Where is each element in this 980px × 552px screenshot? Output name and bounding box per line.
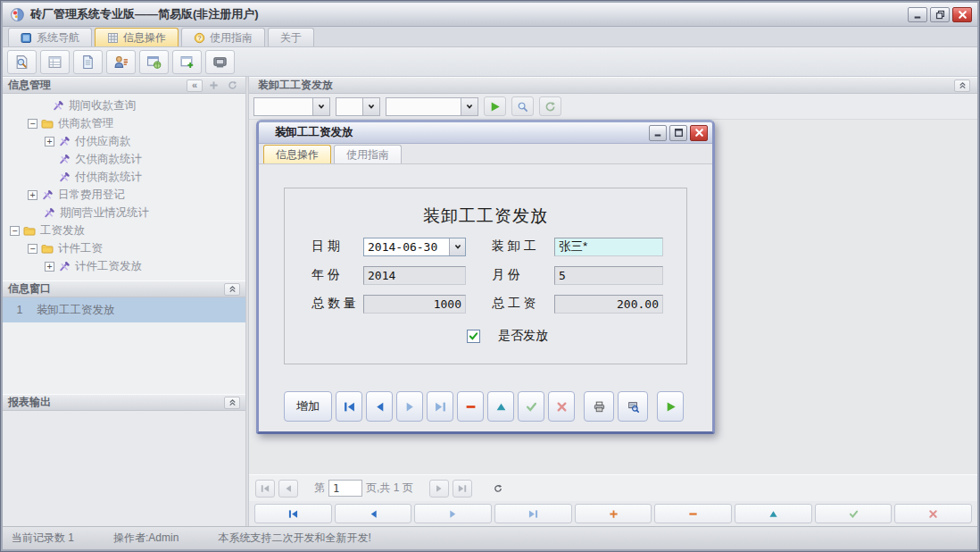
dialog-tab-info-ops[interactable]: 信息操作 bbox=[263, 145, 331, 163]
nav-remove-button[interactable] bbox=[654, 504, 732, 523]
sidebar-refresh-button[interactable] bbox=[224, 79, 240, 92]
document-button[interactable] bbox=[73, 50, 103, 74]
expand-box-icon[interactable]: + bbox=[45, 137, 54, 146]
rec-delete-button[interactable] bbox=[457, 391, 484, 422]
nav-first-button[interactable] bbox=[254, 504, 332, 523]
info-window-collapse-button[interactable] bbox=[224, 283, 240, 296]
qty-input[interactable] bbox=[363, 295, 466, 314]
filter-combo-3[interactable] bbox=[386, 97, 478, 116]
rec-cancel-button[interactable] bbox=[548, 391, 575, 422]
tab-info-ops[interactable]: 信息操作 bbox=[95, 28, 179, 46]
expand-box-icon[interactable]: + bbox=[45, 262, 54, 272]
dialog-minimize-button[interactable] bbox=[649, 125, 667, 141]
tab-about[interactable]: 关于 bbox=[268, 28, 314, 46]
preview-icon bbox=[627, 401, 639, 413]
user-button[interactable] bbox=[106, 50, 136, 74]
combo-arrow-icon[interactable] bbox=[461, 98, 478, 115]
page-next-button[interactable] bbox=[429, 480, 449, 498]
print-preview-button[interactable] bbox=[618, 391, 648, 422]
combo-arrow-icon[interactable] bbox=[362, 98, 379, 115]
nav-add-button[interactable] bbox=[575, 504, 652, 523]
up-icon bbox=[495, 401, 507, 413]
page-first-button[interactable] bbox=[255, 480, 275, 498]
payout-checkbox[interactable] bbox=[467, 330, 480, 343]
expand-box-icon[interactable]: + bbox=[28, 190, 37, 200]
filter-combo-2-input[interactable] bbox=[336, 98, 362, 115]
window-add-button[interactable] bbox=[172, 50, 202, 74]
collapse-box-icon[interactable]: − bbox=[28, 244, 37, 254]
printer-tool-button[interactable] bbox=[205, 50, 235, 74]
restore-icon bbox=[935, 10, 945, 20]
dialog-tab-guide[interactable]: 使用指南 bbox=[334, 145, 402, 163]
minimize-button[interactable] bbox=[908, 7, 927, 22]
filter-combo-2[interactable] bbox=[336, 97, 380, 116]
main-panel-collapse-button[interactable] bbox=[954, 79, 970, 92]
run-button[interactable] bbox=[657, 391, 684, 422]
date-combobox[interactable] bbox=[363, 238, 466, 256]
close-button[interactable] bbox=[952, 7, 972, 22]
nav-cancel-button[interactable] bbox=[894, 504, 972, 523]
qty-label: 总 数 量 bbox=[311, 296, 363, 312]
window-globe-button[interactable] bbox=[139, 50, 169, 74]
collapse-box-icon[interactable]: − bbox=[28, 119, 37, 129]
date-dropdown-arrow-icon[interactable] bbox=[449, 238, 465, 255]
page-prev-button[interactable] bbox=[278, 480, 298, 498]
folder-icon bbox=[41, 118, 54, 130]
tab-guide[interactable]: ?使用指南 bbox=[181, 28, 265, 46]
page-refresh-button[interactable] bbox=[488, 480, 508, 498]
page-last-button[interactable] bbox=[453, 480, 472, 498]
tree-item-9[interactable]: +计件工资发放 bbox=[3, 257, 245, 275]
info-window-item[interactable]: 1装卸工工资发放 bbox=[3, 297, 245, 322]
dialog-close-button[interactable] bbox=[690, 125, 708, 141]
window-add-icon bbox=[179, 54, 195, 70]
rec-edit-button[interactable] bbox=[487, 391, 514, 422]
tree-item-2[interactable]: +付供应商款 bbox=[3, 132, 245, 150]
tree-item-1[interactable]: −供商款管理 bbox=[3, 114, 245, 132]
tree-item-4[interactable]: 付供商款统计 bbox=[3, 168, 245, 186]
print-button[interactable] bbox=[584, 391, 614, 422]
search-doc-button[interactable] bbox=[7, 50, 37, 74]
rec-prev-button[interactable] bbox=[366, 391, 393, 422]
nav-prev-button[interactable] bbox=[335, 504, 412, 523]
filter-refresh-button[interactable] bbox=[539, 96, 561, 116]
rec-last-button[interactable] bbox=[427, 391, 453, 422]
tree-item-7[interactable]: −工资发放 bbox=[3, 222, 245, 239]
page-number-input[interactable] bbox=[328, 480, 362, 497]
rec-first-button[interactable] bbox=[336, 391, 362, 422]
nav-ok-button[interactable] bbox=[815, 504, 893, 523]
tree-item-6[interactable]: 期间营业情况统计 bbox=[3, 204, 245, 222]
filter-combo-1-input[interactable] bbox=[254, 98, 312, 115]
rec-ok-button[interactable] bbox=[518, 391, 544, 422]
nav-edit-button[interactable] bbox=[735, 504, 812, 523]
year-input[interactable] bbox=[363, 266, 466, 285]
worker-input[interactable] bbox=[554, 238, 663, 256]
tab-system-nav[interactable]: 系统导航 bbox=[8, 28, 92, 46]
filter-search-button[interactable] bbox=[511, 96, 534, 116]
filter-combo-3-input[interactable] bbox=[386, 98, 461, 115]
minus-icon bbox=[688, 509, 698, 519]
filter-combo-1[interactable] bbox=[253, 97, 330, 116]
app-tab-strip: 系统导航信息操作?使用指南关于 bbox=[3, 27, 977, 47]
wage-input[interactable] bbox=[554, 295, 663, 314]
datasheet-button[interactable] bbox=[40, 50, 70, 74]
sidebar-add-button[interactable] bbox=[205, 79, 221, 92]
folder-icon bbox=[41, 243, 54, 255]
collapse-box-icon[interactable]: − bbox=[10, 226, 20, 236]
tree-item-8[interactable]: −计件工资 bbox=[3, 239, 245, 257]
date-input[interactable] bbox=[364, 238, 449, 255]
restore-button[interactable] bbox=[930, 7, 950, 22]
tab-about-label: 关于 bbox=[280, 30, 302, 46]
add-record-button[interactable]: 增加 bbox=[284, 391, 332, 422]
sidebar-collapse-button[interactable]: « bbox=[187, 79, 203, 92]
report-collapse-button[interactable] bbox=[224, 397, 240, 409]
nav-next-button[interactable] bbox=[414, 504, 492, 523]
tree-item-0[interactable]: 期间收款查询 bbox=[3, 96, 245, 114]
dialog-maximize-button[interactable] bbox=[669, 125, 687, 141]
tree-item-3[interactable]: 欠供商款统计 bbox=[3, 150, 245, 168]
nav-last-button[interactable] bbox=[494, 504, 572, 523]
tree-item-5[interactable]: +日常费用登记 bbox=[3, 186, 245, 204]
filter-run-button[interactable] bbox=[484, 96, 506, 116]
combo-arrow-icon[interactable] bbox=[312, 98, 329, 115]
month-input[interactable] bbox=[554, 266, 663, 285]
rec-next-button[interactable] bbox=[396, 391, 423, 422]
